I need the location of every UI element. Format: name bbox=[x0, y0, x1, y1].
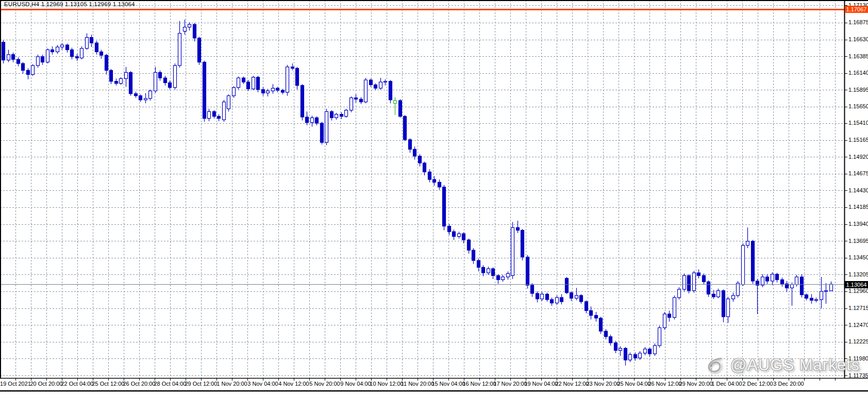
time-axis-label: 5 Nov 20:00 bbox=[309, 381, 340, 387]
time-axis-label: 3 Dec 20:00 bbox=[773, 381, 804, 387]
time-axis-label: 15 Nov 04:00 bbox=[431, 381, 465, 387]
resistance-price-tag: 1.17067 bbox=[845, 6, 868, 13]
time-axis-label: 1 Nov 20:00 bbox=[216, 381, 247, 387]
time-axis-label: 23 Nov 20:00 bbox=[586, 381, 620, 387]
time-axis-label: 28 Oct 04:00 bbox=[154, 381, 187, 387]
current-price-tag: 1.13064 bbox=[845, 281, 868, 288]
time-axis-label: 10 Nov 12:00 bbox=[370, 381, 403, 387]
time-axis-label: 25 Oct 12:00 bbox=[92, 381, 125, 387]
time-axis-label: 4 Nov 12:00 bbox=[278, 381, 309, 387]
time-axis-label: 19 Nov 04:00 bbox=[524, 381, 558, 387]
time-axis-label: 25 Nov 04:00 bbox=[617, 381, 650, 387]
time-axis-label: 1 Dec 04:00 bbox=[711, 381, 742, 387]
mt4-chart-window: { "header": { "title": "EURUSD,H4 1.1296… bbox=[0, 0, 868, 394]
time-axis-label: 26 Oct 20:00 bbox=[123, 381, 156, 387]
time-axis-label: 26 Nov 12:00 bbox=[648, 381, 681, 387]
time-axis-label: 22 Nov 12:00 bbox=[555, 381, 589, 387]
time-axis-label: 9 Nov 04:00 bbox=[340, 381, 371, 387]
time-axis-label: 16 Nov 12:00 bbox=[462, 381, 496, 387]
time-axis-label: 19 Oct 2021 bbox=[0, 381, 31, 387]
time-axis-label: 29 Nov 20:00 bbox=[679, 381, 712, 387]
time-axis-label: 29 Oct 12:00 bbox=[185, 381, 218, 387]
time-axis-label: 3 Nov 04:00 bbox=[247, 381, 278, 387]
time-axis-label: 17 Nov 20:00 bbox=[493, 381, 527, 387]
chart-ohlc-title: EURUSD,H4 1.12969 1.13105 1.12969 1.1306… bbox=[4, 1, 135, 7]
time-axis: 19 Oct 202120 Oct 20:0022 Oct 04:0025 Oc… bbox=[0, 0, 868, 394]
time-axis-label: 2 Dec 12:00 bbox=[742, 381, 773, 387]
time-axis-label: 11 Nov 20:00 bbox=[401, 381, 435, 387]
time-axis-label: 22 Oct 04:00 bbox=[61, 381, 94, 387]
time-axis-label: 20 Oct 20:00 bbox=[30, 381, 63, 387]
